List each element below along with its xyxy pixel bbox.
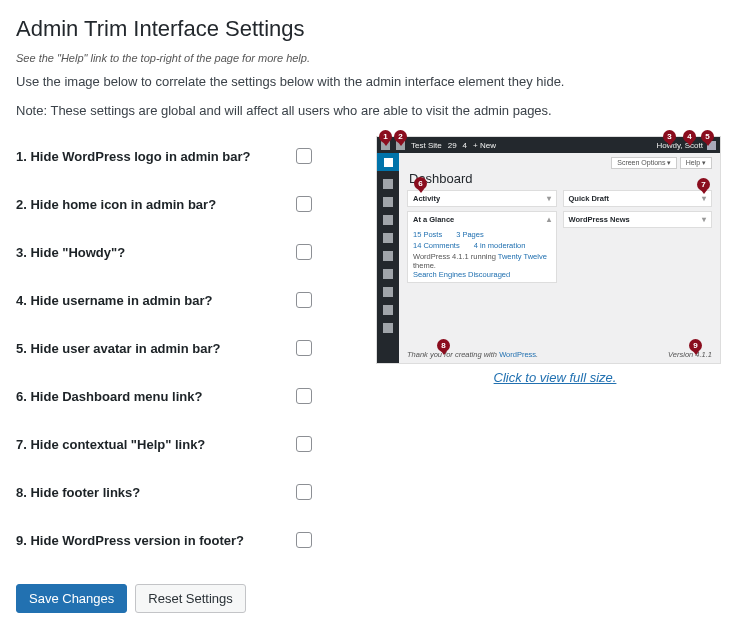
ss-comments: 29 <box>448 141 457 150</box>
save-button[interactable]: Save Changes <box>16 584 127 613</box>
ss-greeting: Howdy, Scott <box>656 141 703 150</box>
page-title: Admin Trim Interface Settings <box>16 16 734 42</box>
ss-theme-pre: WordPress 4.1.1 running <box>413 252 498 261</box>
ss-glance-pages: 3 Pages <box>456 230 484 239</box>
menu-icon <box>383 233 393 243</box>
setting-checkbox-9[interactable] <box>296 532 312 548</box>
reset-button[interactable]: Reset Settings <box>135 584 246 613</box>
ss-screen-options-tab: Screen Options ▾ <box>611 157 677 169</box>
setting-label-6: 6. Hide Dashboard menu link? <box>16 389 296 404</box>
marker-8: 8 <box>437 339 450 352</box>
ss-new: + New <box>473 141 496 150</box>
setting-checkbox-7[interactable] <box>296 436 312 452</box>
ss-glance-mod: 4 in moderation <box>474 241 526 250</box>
setting-label-4: 4. Hide username in admin bar? <box>16 293 296 308</box>
ss-glance-title: At a Glance <box>413 215 454 224</box>
setting-checkbox-4[interactable] <box>296 292 312 308</box>
menu-icon <box>383 215 393 225</box>
setting-label-7: 7. Hide contextual "Help" link? <box>16 437 296 452</box>
intro-correlate: Use the image below to correlate the set… <box>16 74 734 89</box>
chevron-down-icon: ▾ <box>702 215 706 224</box>
ss-quickdraft-title: Quick Draft <box>569 194 609 203</box>
ss-site-name: Test Site <box>411 141 442 150</box>
setting-label-2: 2. Hide home icon in admin bar? <box>16 197 296 212</box>
ss-activity-title: Activity <box>413 194 440 203</box>
screenshot-column: 1 2 3 4 5 6 7 8 9 Test Site 29 4 + New <box>376 132 734 385</box>
ss-content: Screen Options ▾ Help ▾ Dashboard Activi… <box>399 153 720 363</box>
menu-icon <box>383 287 393 297</box>
setting-label-1: 1. Hide WordPress logo in admin bar? <box>16 149 296 164</box>
chevron-down-icon: ▾ <box>547 194 551 203</box>
chevron-up-icon: ▴ <box>547 215 551 224</box>
ss-glance-comments: 14 Comments <box>413 241 460 250</box>
menu-icon <box>383 197 393 207</box>
setting-checkbox-5[interactable] <box>296 340 312 356</box>
view-full-size-link[interactable]: Click to view full size. <box>494 370 617 385</box>
setting-checkbox-6[interactable] <box>296 388 312 404</box>
ss-footer-left-link: WordPress <box>499 350 536 359</box>
marker-4: 4 <box>683 130 696 143</box>
dashboard-icon <box>377 153 399 171</box>
setting-checkbox-1[interactable] <box>296 148 312 164</box>
ss-help-tab: Help ▾ <box>680 157 712 169</box>
setting-label-3: 3. Hide "Howdy"? <box>16 245 296 260</box>
marker-3: 3 <box>663 130 676 143</box>
ss-heading: Dashboard <box>409 171 712 186</box>
menu-icon <box>383 269 393 279</box>
marker-1: 1 <box>379 130 392 143</box>
setting-checkbox-2[interactable] <box>296 196 312 212</box>
setting-label-9: 9. Hide WordPress version in footer? <box>16 533 296 548</box>
marker-6: 6 <box>414 177 427 190</box>
marker-5: 5 <box>701 130 714 143</box>
ss-footer-right: Version 4.1.1 <box>668 350 712 359</box>
marker-7: 7 <box>697 178 710 191</box>
setting-checkbox-3[interactable] <box>296 244 312 260</box>
menu-icon <box>383 251 393 261</box>
ss-footer-left-pre: Thank you for creating with <box>407 350 499 359</box>
settings-column: 1. Hide WordPress logo in admin bar? 2. … <box>16 132 356 613</box>
help-hint: See the "Help" link to the top-right of … <box>16 52 734 64</box>
menu-icon <box>383 323 393 333</box>
correlation-screenshot: 1 2 3 4 5 6 7 8 9 Test Site 29 4 + New <box>376 136 721 364</box>
ss-sidebar <box>377 153 399 363</box>
ss-se-discouraged: Search Engines Discouraged <box>413 270 510 279</box>
setting-label-5: 5. Hide user avatar in admin bar? <box>16 341 296 356</box>
ss-updates: 4 <box>463 141 467 150</box>
ss-theme-link: Twenty Twelve <box>498 252 547 261</box>
ss-footer-left-post: . <box>536 350 538 359</box>
setting-label-8: 8. Hide footer links? <box>16 485 296 500</box>
chevron-down-icon: ▾ <box>702 194 706 203</box>
intro-global-note: Note: These settings are global and will… <box>16 103 734 118</box>
ss-glance-posts: 15 Posts <box>413 230 442 239</box>
ss-wpnews-title: WordPress News <box>569 215 630 224</box>
menu-icon <box>383 179 393 189</box>
marker-2: 2 <box>394 130 407 143</box>
setting-checkbox-8[interactable] <box>296 484 312 500</box>
menu-icon <box>383 305 393 315</box>
marker-9: 9 <box>689 339 702 352</box>
ss-theme-post: theme. <box>413 261 436 270</box>
